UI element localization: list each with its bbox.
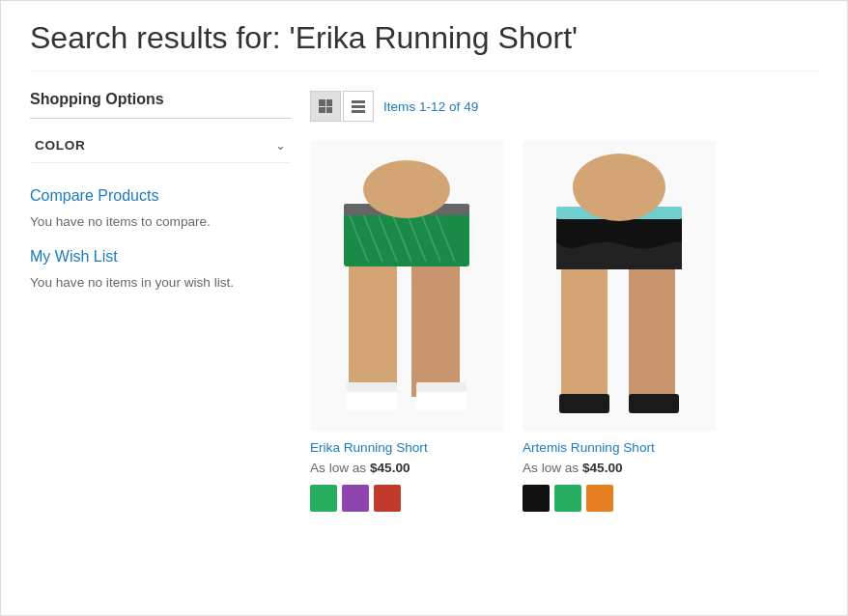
product-price-erika: As low as $45.00 [310, 461, 503, 475]
product-image-erika[interactable] [310, 141, 503, 431]
swatch-black[interactable] [523, 485, 550, 512]
product-price-artemis: As low as $45.00 [523, 461, 716, 475]
product-name-erika[interactable]: Erika Running Short [310, 440, 503, 455]
color-filter-label: COLOR [35, 138, 86, 153]
chevron-down-icon: ⌄ [275, 138, 286, 153]
product-name-artemis[interactable]: Artemis Running Short [523, 440, 716, 455]
swatch-green[interactable] [554, 485, 581, 512]
compare-empty-text: You have no items to compare. [30, 214, 291, 229]
main-content: Shopping Options COLOR ⌄ Compare Product… [30, 91, 818, 512]
sidebar: Shopping Options COLOR ⌄ Compare Product… [30, 91, 291, 512]
color-swatches-artemis [523, 485, 716, 512]
page-wrapper: Search results for: 'Erika Running Short… [0, 0, 848, 616]
wishlist-empty-text: You have no items in your wish list. [30, 275, 291, 290]
svg-rect-22 [629, 394, 679, 413]
product-image-artemis[interactable] [523, 141, 716, 431]
grid-view-button[interactable] [310, 91, 341, 122]
items-count: Items 1-12 of 49 [383, 99, 478, 114]
svg-rect-1 [411, 247, 460, 397]
wishlist-title[interactable]: My Wish List [30, 248, 291, 266]
list-icon [352, 99, 365, 113]
view-buttons [310, 91, 374, 122]
compare-section: Compare Products You have no items to co… [30, 187, 291, 229]
svg-rect-0 [349, 247, 397, 397]
svg-rect-21 [559, 394, 609, 413]
product-card: Artemis Running Short As low as $45.00 [523, 141, 716, 512]
wishlist-section: My Wish List You have no items in your w… [30, 248, 291, 290]
list-view-button[interactable] [343, 91, 374, 122]
swatch-red[interactable] [374, 485, 401, 512]
svg-rect-15 [416, 382, 466, 392]
products-grid: Erika Running Short As low as $45.00 [310, 141, 818, 512]
color-swatches-erika [310, 485, 503, 512]
swatch-purple[interactable] [342, 485, 369, 512]
swatch-green[interactable] [310, 485, 337, 512]
products-area: Items 1-12 of 49 [310, 91, 818, 512]
color-filter[interactable]: COLOR ⌄ [30, 128, 291, 163]
product-card: Erika Running Short As low as $45.00 [310, 141, 503, 512]
svg-rect-14 [347, 382, 397, 392]
svg-rect-13 [416, 390, 466, 411]
svg-point-11 [363, 160, 450, 218]
svg-rect-16 [561, 257, 608, 397]
search-title: Search results for: 'Erika Running Short… [30, 20, 818, 71]
svg-rect-12 [347, 390, 397, 411]
svg-point-20 [573, 154, 665, 221]
shopping-options-title: Shopping Options [30, 91, 291, 119]
swatch-orange[interactable] [586, 485, 613, 512]
grid-icon [319, 99, 332, 113]
compare-products-title[interactable]: Compare Products [30, 187, 291, 205]
svg-rect-17 [629, 257, 675, 397]
toolbar: Items 1-12 of 49 [310, 91, 818, 122]
